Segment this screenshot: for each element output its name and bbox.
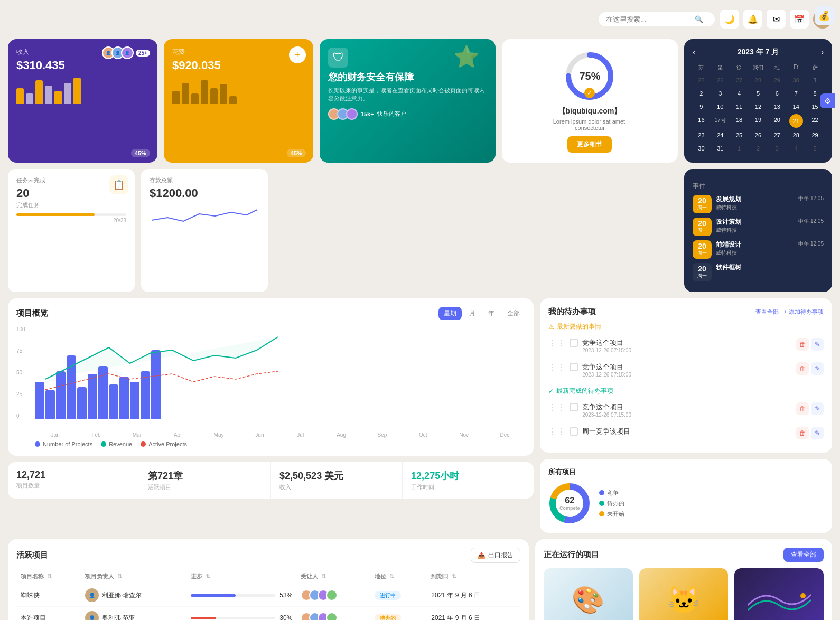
todo-add-link[interactable]: + 添加待办事项	[784, 308, 824, 316]
cal-day[interactable]: 25	[731, 129, 748, 141]
cal-day[interactable]: 6	[768, 88, 786, 99]
cal-day-today[interactable]: 21	[789, 114, 803, 128]
cal-day[interactable]: 27	[731, 74, 748, 86]
cal-day[interactable]: 4	[787, 143, 805, 154]
bar-oct	[130, 382, 139, 419]
prog-fill-0	[191, 594, 236, 597]
y-label-100: 100	[16, 326, 25, 332]
cal-day[interactable]: 3	[768, 143, 786, 154]
todo-checkbox-2[interactable]	[570, 363, 578, 371]
cell-assignees-1	[301, 612, 366, 620]
cal-day[interactable]: 14	[787, 101, 805, 112]
circle-detail-button[interactable]: 更多细节	[567, 136, 612, 153]
filter-year-button[interactable]: 年	[483, 307, 500, 320]
search-input[interactable]	[606, 15, 690, 23]
cal-day[interactable]: 16	[693, 114, 710, 128]
cal-day[interactable]: 20	[768, 114, 786, 128]
sort-due-icon: ⇅	[452, 573, 456, 579]
notifications-button[interactable]: 🔔	[743, 10, 762, 29]
event-date-num-3: 20	[697, 242, 707, 250]
cal-day[interactable]: 11	[731, 101, 748, 112]
todo-checkbox-4[interactable]	[570, 427, 578, 436]
bar-5	[54, 91, 62, 104]
cal-day[interactable]: 28	[750, 74, 767, 86]
mail-button[interactable]: ✉	[767, 10, 786, 29]
cal-day[interactable]: 12	[750, 101, 767, 112]
expense-add-button[interactable]: +	[289, 46, 306, 63]
todo-view-all-link[interactable]: 查看全部	[755, 308, 779, 316]
cell-pm-0: 👤 利亚娜·瑞查尔	[85, 588, 182, 602]
todo-checkbox-1[interactable]	[570, 339, 578, 347]
cal-day[interactable]: 4	[731, 88, 748, 99]
cal-day[interactable]: 26	[712, 74, 729, 86]
cal-day[interactable]: 1	[806, 74, 824, 86]
search-box[interactable]: 🔍	[599, 12, 715, 26]
cal-day[interactable]: 25	[693, 74, 710, 86]
filter-month-button[interactable]: 月	[464, 307, 481, 320]
cal-day[interactable]: 17号	[712, 114, 729, 128]
cal-day[interactable]: 7	[787, 88, 805, 99]
todo-delete-button-4[interactable]: 🗑	[796, 427, 809, 439]
cal-day[interactable]: 28	[787, 129, 805, 141]
cal-day[interactable]: 3	[712, 88, 729, 99]
todo-checkbox-3[interactable]	[570, 403, 578, 411]
cal-header-wed: 我们	[750, 62, 767, 73]
cal-day[interactable]: 30	[693, 143, 710, 154]
event-date-num-2: 20	[697, 220, 707, 227]
todo-edit-button-4[interactable]: ✎	[811, 427, 824, 439]
event-time-2: 中午 12:05	[798, 218, 824, 225]
event-company-2: 威特科技	[716, 227, 794, 234]
theme-toggle-button[interactable]: 🌙	[720, 10, 739, 29]
todo-delete-button-2[interactable]: 🗑	[796, 362, 809, 375]
cal-day[interactable]: 26	[750, 129, 767, 141]
cal-day[interactable]: 30	[787, 74, 805, 86]
calendar-button[interactable]: 📅	[790, 10, 809, 29]
y-label-50: 50	[16, 370, 25, 375]
cal-day[interactable]: 29	[806, 129, 824, 141]
view-all-running-button[interactable]: 查看全部	[783, 548, 824, 562]
calendar-next-button[interactable]: ›	[821, 48, 824, 57]
cal-day[interactable]: 5	[806, 143, 824, 154]
stat-projects: 12,721 项目数量	[8, 462, 139, 499]
cal-day[interactable]: 5	[750, 88, 767, 99]
revenue-chart	[16, 78, 149, 104]
cal-day[interactable]: 1	[731, 143, 748, 154]
cal-day[interactable]: 2	[693, 88, 710, 99]
cal-day[interactable]: 10	[712, 101, 729, 112]
todo-date-3: 2023-12-26 07:15:00	[582, 412, 792, 418]
x-dec: Dec	[484, 432, 525, 438]
cal-day[interactable]: 19	[750, 114, 767, 128]
cal-day[interactable]: 22	[806, 114, 824, 128]
todo-delete-button-1[interactable]: 🗑	[796, 338, 809, 351]
export-icon: 📤	[478, 552, 486, 559]
col-assignee: 受让人 ⇅	[296, 569, 370, 584]
filter-all-button[interactable]: 全部	[502, 307, 525, 320]
event-name-3: 前端设计	[716, 240, 794, 249]
cal-day[interactable]: 9	[693, 101, 710, 112]
cal-day[interactable]: 23	[693, 129, 710, 141]
cal-day[interactable]: 24	[712, 129, 729, 141]
cal-day[interactable]: 2	[750, 143, 767, 154]
todo-edit-button-1[interactable]: ✎	[811, 338, 824, 351]
cell-name-0: 蜘蛛侠	[16, 584, 81, 607]
filter-week-button[interactable]: 星期	[438, 307, 462, 320]
export-report-button[interactable]: 📤 出口报告	[471, 548, 520, 563]
cal-day[interactable]: 31	[712, 143, 729, 154]
cal-day[interactable]: 18	[731, 114, 748, 128]
cal-day[interactable]: 29	[768, 74, 786, 86]
legend-projects-dot	[35, 441, 40, 447]
bar-feb	[45, 390, 55, 419]
event-date-num-4: 20	[697, 265, 707, 273]
calendar-prev-button[interactable]: ‹	[693, 48, 695, 57]
cal-day[interactable]: 13	[768, 101, 786, 112]
x-oct: Oct	[403, 432, 443, 438]
table-row: 蜘蛛侠 👤 利亚娜·瑞查尔 53% 进行中 2021 年 9	[16, 584, 520, 607]
todo-delete-button-3[interactable]: 🗑	[796, 402, 809, 415]
all-projects-content: 62 Compete 竞争 待办的	[548, 482, 824, 524]
col-pm: 项目负责人 ⇅	[81, 569, 186, 584]
todo-edit-button-3[interactable]: ✎	[811, 402, 824, 415]
todo-edit-button-2[interactable]: ✎	[811, 362, 824, 375]
calendar-settings-icon[interactable]: ⚙	[820, 93, 835, 108]
security-card: ⭐ 🛡 您的财务安全有保障 长期以来的事实是，读者在查看页面布局时会被页面的可读…	[320, 39, 496, 163]
cal-day[interactable]: 27	[768, 129, 786, 141]
